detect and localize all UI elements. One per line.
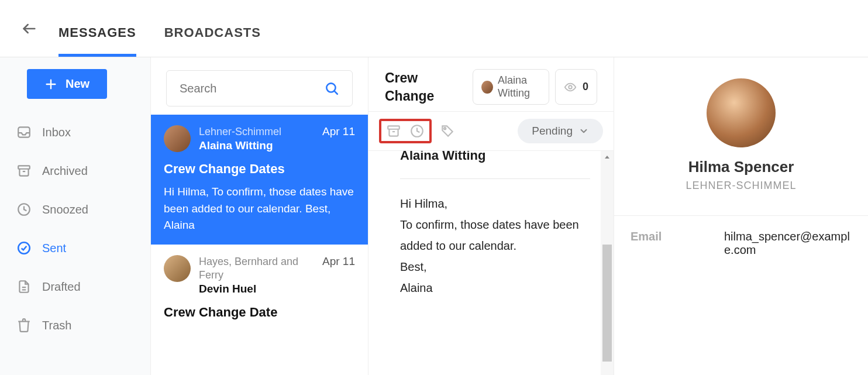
view-count-chip[interactable]: 0 xyxy=(555,69,597,105)
sidebar-item-label: Sent xyxy=(42,242,66,255)
highlighted-toolbar-group xyxy=(379,119,432,143)
participant-chip[interactable]: Alaina Witting xyxy=(473,69,549,105)
avatar xyxy=(164,255,191,282)
contact-name: Hilma Spencer xyxy=(631,158,852,176)
message-from: Alaina Witting xyxy=(400,151,590,164)
svg-point-16 xyxy=(444,128,446,129)
inbox-icon xyxy=(16,125,32,140)
plus-icon xyxy=(44,78,57,91)
sidebar-item-trash[interactable]: Trash xyxy=(0,306,150,345)
message-item[interactable]: Lehner-Schimmel Alaina Witting Apr 11 Cr… xyxy=(151,115,368,245)
check-circle-icon xyxy=(16,240,32,256)
contact-pane: Hilma Spencer LEHNER-SCHIMMEL Email hilm… xyxy=(614,57,868,375)
svg-point-12 xyxy=(569,85,572,89)
avatar xyxy=(164,125,191,152)
clock-icon xyxy=(409,123,425,139)
clock-icon xyxy=(16,202,32,217)
snooze-button[interactable] xyxy=(409,123,425,139)
participant-name: Alaina Witting xyxy=(498,74,540,99)
message-date: Apr 11 xyxy=(322,255,355,268)
svg-rect-4 xyxy=(18,166,30,168)
message-preview: Hi Hilma, To confirm, those dates have b… xyxy=(164,184,355,234)
sidebar-item-label: Trash xyxy=(42,319,71,332)
sidebar-item-label: Inbox xyxy=(42,126,71,139)
compose-label: New xyxy=(66,77,89,91)
contact-field-email: Email hilma_spencer@example.com xyxy=(631,230,852,257)
scrollbar[interactable] xyxy=(601,151,614,375)
eye-icon xyxy=(564,81,577,94)
archive-button[interactable] xyxy=(386,123,401,139)
sidebar-item-label: Drafted xyxy=(42,280,81,294)
message-org: Lehner-Schimmel xyxy=(199,125,311,139)
back-button[interactable] xyxy=(21,20,37,37)
sidebar-item-archived[interactable]: Archived xyxy=(0,152,150,190)
top-bar: MESSAGES BROADCASTS xyxy=(0,0,868,57)
compose-button[interactable]: New xyxy=(27,69,107,99)
search-icon[interactable] xyxy=(324,81,339,96)
sidebar-item-sent[interactable]: Sent xyxy=(0,229,150,267)
trash-icon xyxy=(16,318,32,333)
sidebar-item-inbox[interactable]: Inbox xyxy=(0,113,150,152)
conversation-pane: Crew Change Alaina Witting 0 xyxy=(368,57,614,375)
message-org: Hayes, Bernhard and Ferry xyxy=(199,255,311,283)
tag-icon xyxy=(440,123,455,139)
divider xyxy=(400,178,590,179)
contact-avatar xyxy=(707,78,776,147)
message-body: Hi Hilma, To confirm, those dates have b… xyxy=(400,193,590,298)
view-count: 0 xyxy=(583,81,588,93)
tag-button[interactable] xyxy=(440,123,455,139)
sidebar-item-snoozed[interactable]: Snoozed xyxy=(0,190,150,229)
archive-icon xyxy=(16,163,32,178)
status-label: Pending xyxy=(532,125,573,137)
divider xyxy=(614,215,868,216)
conversation-title: Crew Change xyxy=(385,69,464,105)
message-list: Lehner-Schimmel Alaina Witting Apr 11 Cr… xyxy=(151,57,368,375)
conversation-header: Crew Change Alaina Witting 0 xyxy=(368,57,614,111)
message-subject: Crew Change Date xyxy=(164,305,355,320)
chevron-down-icon xyxy=(578,126,589,136)
status-dropdown[interactable]: Pending xyxy=(518,119,603,143)
tab-broadcasts[interactable]: BROADCASTS xyxy=(164,0,261,57)
message-date: Apr 11 xyxy=(322,125,355,138)
tab-messages[interactable]: MESSAGES xyxy=(58,0,136,57)
message-sender: Devin Huel xyxy=(199,282,311,297)
sidebar-item-label: Snoozed xyxy=(42,203,88,216)
avatar xyxy=(481,81,493,94)
svg-rect-13 xyxy=(388,126,399,129)
top-tabs: MESSAGES BROADCASTS xyxy=(58,0,261,57)
field-label: Email xyxy=(631,230,701,257)
scrollbar-thumb[interactable] xyxy=(602,245,612,362)
conversation-toolbar: Pending xyxy=(368,111,614,151)
arrow-left-icon xyxy=(21,20,37,37)
message-sender: Alaina Witting xyxy=(199,139,311,153)
scroll-up-button[interactable] xyxy=(601,151,614,164)
svg-marker-17 xyxy=(605,156,609,159)
message-subject: Crew Change Dates xyxy=(164,161,355,177)
search-input[interactable] xyxy=(180,82,297,95)
contact-org: LEHNER-SCHIMMEL xyxy=(631,180,852,192)
archive-icon xyxy=(386,123,401,139)
message-item[interactable]: Hayes, Bernhard and Ferry Devin Huel Apr… xyxy=(151,245,368,331)
sidebar-item-drafted[interactable]: Drafted xyxy=(0,267,150,306)
conversation-body: Alaina Witting Hi Hilma, To confirm, tho… xyxy=(368,151,614,375)
svg-line-11 xyxy=(335,91,337,94)
sidebar: New Inbox Archived Snoozed Sent Drafted … xyxy=(0,57,151,375)
chevron-up-icon xyxy=(604,154,611,161)
sidebar-item-label: Archived xyxy=(42,164,88,178)
search-box[interactable] xyxy=(166,70,353,106)
main-area: New Inbox Archived Snoozed Sent Drafted … xyxy=(0,57,868,375)
field-value: hilma_spencer@example.com xyxy=(724,230,852,257)
document-icon xyxy=(16,279,32,294)
